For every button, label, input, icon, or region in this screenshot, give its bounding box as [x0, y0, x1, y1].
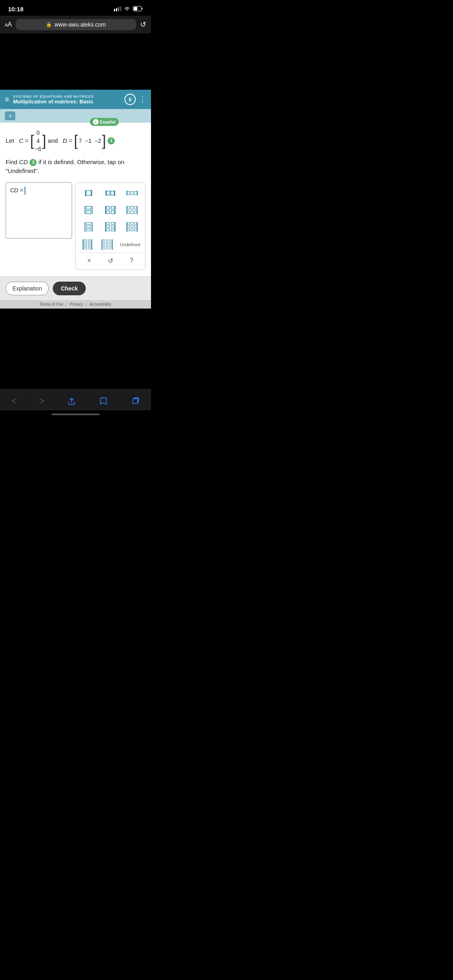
picker-undo-button[interactable]: ↺ — [105, 255, 116, 266]
dropdown-button[interactable]: ∨ — [5, 111, 15, 120]
picker-bottom-row: Undefined — [79, 237, 142, 252]
home-indicator — [0, 410, 151, 418]
svg-rect-38 — [86, 226, 91, 228]
time: 10:18 — [8, 6, 23, 12]
hint-badge-3[interactable]: 3 — [29, 159, 37, 166]
svg-rect-62 — [88, 239, 91, 241]
svg-rect-32 — [127, 211, 130, 214]
bookmarks-button[interactable] — [94, 395, 113, 407]
svg-rect-44 — [106, 226, 110, 228]
hint-badge-1[interactable]: 1 — [108, 137, 115, 144]
svg-rect-3 — [120, 6, 121, 11]
web-content: ≡ Systems of Equations and Matrices Mult… — [0, 90, 151, 309]
svg-rect-1 — [116, 8, 117, 11]
answer-label: CD = — [10, 187, 68, 195]
picker-close-button[interactable]: × — [84, 255, 94, 266]
svg-rect-68 — [88, 247, 91, 249]
url-bar[interactable]: 🔒 www-awu.aleks.com — [16, 19, 136, 30]
svg-rect-43 — [111, 222, 114, 224]
svg-rect-77 — [102, 245, 105, 246]
matrix-2x1-button[interactable] — [79, 203, 98, 217]
svg-rect-45 — [111, 226, 114, 228]
matrix-3x2-button[interactable] — [101, 220, 120, 234]
lock-icon: 🔒 — [46, 22, 52, 27]
svg-rect-73 — [110, 239, 112, 241]
accessibility-link[interactable]: Accessibility — [89, 302, 111, 307]
svg-rect-57 — [131, 229, 133, 231]
svg-rect-6 — [134, 7, 137, 10]
svg-rect-30 — [131, 206, 133, 209]
footer-links: Terms of Use | Privacy | Accessibility — [0, 300, 151, 309]
privacy-link[interactable]: Privacy — [70, 302, 83, 307]
svg-rect-61 — [84, 239, 87, 241]
header-icons: 0 ⋮ — [124, 94, 146, 105]
svg-rect-33 — [131, 211, 133, 214]
svg-rect-55 — [134, 226, 137, 228]
svg-rect-64 — [88, 242, 91, 244]
svg-rect-39 — [86, 229, 91, 231]
back-button[interactable]: < — [6, 394, 21, 408]
svg-rect-19 — [86, 206, 91, 209]
svg-rect-85 — [133, 399, 138, 404]
svg-rect-14 — [127, 191, 130, 195]
espanol-badge[interactable]: 1 Español — [90, 118, 119, 126]
score-badge[interactable]: 0 — [124, 94, 136, 105]
matrix-2x3-button[interactable] — [122, 203, 142, 217]
terms-link[interactable]: Terms of Use — [39, 302, 63, 307]
forward-button[interactable]: > — [35, 394, 50, 408]
picker-help-button[interactable]: ? — [126, 255, 137, 266]
bezel-top — [0, 33, 151, 90]
svg-rect-37 — [86, 222, 91, 224]
matrix-c-bracket: [ 0 4 −6 ] — [30, 129, 46, 153]
undefined-button[interactable]: Undefined — [118, 237, 142, 252]
text-size-control[interactable]: AA — [5, 21, 12, 28]
matrix-1x3-button[interactable] — [122, 186, 142, 200]
svg-rect-74 — [102, 242, 105, 244]
svg-rect-52 — [134, 222, 137, 224]
battery-icon — [133, 6, 143, 12]
svg-rect-67 — [84, 247, 87, 249]
matrix-2x2-button[interactable] — [101, 203, 120, 217]
svg-rect-75 — [106, 242, 109, 244]
svg-rect-23 — [106, 206, 110, 209]
svg-rect-34 — [134, 211, 137, 214]
matrix-1x1-button[interactable] — [79, 186, 98, 200]
answer-box[interactable]: CD = — [6, 182, 72, 239]
matrix-3x1-button[interactable] — [79, 220, 98, 234]
matrix-4x3-button[interactable] — [99, 237, 116, 252]
svg-rect-51 — [131, 222, 133, 224]
tabs-button[interactable] — [126, 395, 145, 407]
svg-rect-65 — [84, 245, 87, 246]
svg-rect-76 — [110, 242, 112, 244]
url-text: www-awu.aleks.com — [54, 21, 106, 28]
header-title-area: Systems of Equations and Matrices Multip… — [13, 95, 120, 105]
question-area: 1 Español Let C = [ 0 4 −6 ] and D = — [0, 123, 151, 276]
reload-button[interactable]: ↺ — [140, 20, 146, 29]
svg-rect-11 — [111, 191, 114, 195]
browser-chrome: AA 🔒 www-awu.aleks.com ↺ — [0, 16, 151, 33]
matrix-d-bracket: [ 7 −1 −2 ] — [74, 134, 106, 148]
share-button[interactable] — [62, 395, 81, 407]
svg-rect-79 — [110, 245, 112, 246]
find-text: Find CD 3 if it is defined. Otherwise, t… — [6, 158, 145, 176]
svg-rect-24 — [111, 206, 114, 209]
more-button[interactable]: ⋮ — [139, 95, 146, 104]
matrix-4x2-button[interactable] — [79, 237, 96, 252]
svg-rect-56 — [127, 229, 130, 231]
svg-rect-66 — [88, 245, 91, 246]
svg-rect-15 — [131, 191, 133, 195]
svg-rect-72 — [106, 239, 109, 241]
aleks-header: ≡ Systems of Equations and Matrices Mult… — [0, 90, 151, 109]
home-bar — [52, 414, 100, 415]
check-button[interactable]: Check — [53, 282, 86, 295]
matrix-3x3-button[interactable] — [122, 220, 142, 234]
bottom-bar: Explanation Check — [0, 276, 151, 300]
problem-statement: Let C = [ 0 4 −6 ] and D = [ 7 − — [6, 129, 145, 153]
signal-icon — [114, 6, 121, 12]
matrix-1x2-button[interactable] — [101, 186, 120, 200]
ios-bottom-bar: < > — [0, 389, 151, 410]
explanation-button[interactable]: Explanation — [6, 282, 49, 295]
svg-rect-50 — [127, 222, 130, 224]
hamburger-button[interactable]: ≡ — [5, 95, 9, 104]
svg-rect-46 — [106, 229, 110, 231]
